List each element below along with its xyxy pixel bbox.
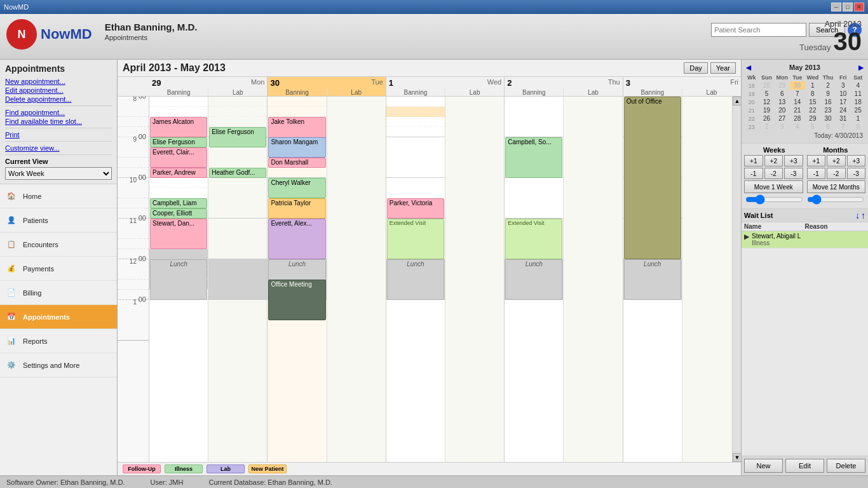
- close-button[interactable]: ✕: [854, 3, 864, 11]
- mini-cal-day[interactable]: 7: [836, 123, 850, 131]
- appointment-elise-ferguson-mon[interactable]: Elise Ferguson: [150, 137, 207, 147]
- mini-cal-day[interactable]: 5: [759, 90, 775, 98]
- month-slider[interactable]: [807, 194, 865, 205]
- new-appointment-link[interactable]: New appointment...: [5, 78, 112, 85]
- sidebar-item-encounters[interactable]: 📋 Encounters: [0, 233, 117, 257]
- find-timeslot-link[interactable]: Find available time slot...: [5, 118, 112, 125]
- appointment-james-alcaton[interactable]: James Alcaton: [150, 117, 207, 137]
- mini-cal-prev[interactable]: ◄: [744, 62, 753, 72]
- mini-cal-day[interactable]: 22: [805, 106, 820, 114]
- mini-cal-day[interactable]: 16: [820, 98, 836, 106]
- mini-cal-day[interactable]: 3: [836, 81, 850, 90]
- move-months-btn[interactable]: Move 12 Months: [807, 180, 866, 193]
- sidebar-item-billing[interactable]: 📄 Billing: [0, 281, 117, 305]
- mini-cal-day[interactable]: 31: [836, 114, 850, 123]
- mini-cal-day[interactable]: 11: [850, 90, 865, 98]
- months-plus1-btn[interactable]: +1: [807, 155, 826, 166]
- wait-list-down-btn[interactable]: ↓: [855, 210, 860, 220]
- mini-cal-next[interactable]: ►: [857, 62, 865, 72]
- mini-cal-day[interactable]: 12: [759, 98, 775, 106]
- mini-cal-day[interactable]: 7: [790, 90, 805, 98]
- mini-cal-day[interactable]: 5: [805, 123, 820, 131]
- appointment-extended-visit-thu[interactable]: Extended Visit: [505, 219, 562, 259]
- appointment-everett-alex[interactable]: Everett, Alex...: [268, 219, 325, 259]
- wait-delete-btn[interactable]: Delete: [827, 459, 865, 473]
- mini-cal-day[interactable]: 29: [775, 81, 790, 90]
- mini-cal-day[interactable]: 8: [805, 90, 820, 98]
- mini-cal-day[interactable]: 30: [790, 81, 805, 90]
- appointment-extended-visit-wed[interactable]: Extended Visit: [387, 219, 444, 259]
- mini-cal-day[interactable]: 15: [805, 98, 820, 106]
- appointment-elise-ferguson-lab[interactable]: Elise Ferguson: [209, 127, 266, 147]
- mini-cal-day[interactable]: 2: [759, 123, 775, 131]
- appointment-don-marshall[interactable]: Don Marshall: [268, 158, 325, 168]
- appointment-heather-godf[interactable]: Heather Godf...: [209, 168, 266, 178]
- weeks-minus1-btn[interactable]: -1: [744, 168, 763, 179]
- sidebar-item-home[interactable]: 🏠 Home: [0, 184, 117, 208]
- weeks-plus3-btn[interactable]: +3: [784, 155, 803, 166]
- appointment-lunch-mon[interactable]: Lunch: [150, 259, 207, 300]
- wait-edit-btn[interactable]: Edit: [785, 459, 824, 473]
- weeks-minus2-btn[interactable]: -2: [764, 168, 783, 179]
- maximize-button[interactable]: □: [843, 3, 853, 11]
- appointment-campbell-liam[interactable]: Campbell, Liam: [150, 198, 207, 208]
- scroll-up-button[interactable]: ▲: [733, 97, 741, 105]
- mini-cal-day[interactable]: 3: [775, 123, 790, 131]
- mini-cal-day[interactable]: 4: [790, 123, 805, 131]
- appointment-sharon-mangam[interactable]: Sharon Mangam: [268, 137, 325, 158]
- mini-cal-day[interactable]: 30: [820, 114, 836, 123]
- mini-cal-day[interactable]: 26: [759, 114, 775, 123]
- edit-appointment-link[interactable]: Edit appointment...: [5, 86, 112, 94]
- print-link[interactable]: Print: [5, 131, 112, 139]
- appointment-cooper-elliott[interactable]: Cooper, Elliott: [150, 208, 207, 219]
- mini-cal-day[interactable]: 1: [850, 114, 865, 123]
- mini-cal-day[interactable]: 10: [836, 90, 850, 98]
- mini-cal-day[interactable]: 2: [820, 81, 836, 90]
- wait-list-up-btn[interactable]: ↑: [861, 210, 865, 220]
- months-minus1-btn[interactable]: -1: [807, 168, 826, 179]
- months-plus2-btn[interactable]: +2: [827, 155, 846, 166]
- mini-cal-day[interactable]: 1: [805, 81, 820, 90]
- appointment-stewart-dan[interactable]: Stewart, Dan...: [150, 219, 207, 249]
- appointment-parker-victoria[interactable]: Parker, Victoria: [387, 198, 444, 219]
- appointment-campbell-so[interactable]: Campbell, So...: [505, 137, 562, 178]
- appointment-patricia-taylor[interactable]: Patricia Taylor: [268, 198, 325, 219]
- mini-cal-day[interactable]: 23: [820, 106, 836, 114]
- weeks-plus2-btn[interactable]: +2: [764, 155, 783, 166]
- mini-cal-day[interactable]: 4: [850, 81, 865, 90]
- mini-cal-day[interactable]: 27: [775, 114, 790, 123]
- appointment-out-of-office[interactable]: Out of Office: [624, 97, 681, 259]
- appointment-parker-andrew[interactable]: Parker, Andrew: [150, 168, 207, 178]
- week-slider[interactable]: [745, 194, 803, 205]
- mini-cal-day[interactable]: 6: [775, 90, 790, 98]
- appointment-lunch-thu[interactable]: Lunch: [505, 259, 562, 300]
- sidebar-item-settings[interactable]: ⚙️ Settings and More: [0, 353, 117, 377]
- mini-cal-day[interactable]: 29: [805, 114, 820, 123]
- mini-cal-day[interactable]: 8: [850, 123, 865, 131]
- appointment-lunch-wed[interactable]: Lunch: [387, 259, 444, 300]
- sidebar-item-payments[interactable]: 💰 Payments: [0, 257, 117, 281]
- year-button[interactable]: Year: [710, 62, 736, 74]
- mini-cal-day[interactable]: 20: [775, 106, 790, 114]
- sidebar-item-patients[interactable]: 👤 Patients: [0, 208, 117, 233]
- legend-followup[interactable]: Follow-Up: [123, 464, 161, 473]
- mini-cal-day[interactable]: 28: [790, 114, 805, 123]
- mini-cal-day[interactable]: 13: [775, 98, 790, 106]
- sidebar-item-reports[interactable]: 📊 Reports: [0, 329, 117, 353]
- mini-cal-day[interactable]: 24: [836, 106, 850, 114]
- legend-lab[interactable]: Lab: [207, 464, 245, 473]
- appointment-lunch-fri[interactable]: Lunch: [624, 259, 681, 300]
- wait-list-item[interactable]: ▶ Stewart, Abigail L Illness: [742, 231, 868, 248]
- mini-cal-day[interactable]: 21: [790, 106, 805, 114]
- months-minus2-btn[interactable]: -2: [827, 168, 846, 179]
- weeks-plus1-btn[interactable]: +1: [744, 155, 763, 166]
- months-plus3-btn[interactable]: +3: [847, 155, 866, 166]
- customize-view-link[interactable]: Customize view...: [5, 144, 112, 152]
- legend-illness[interactable]: Illness: [165, 464, 203, 473]
- sidebar-item-appointments[interactable]: 📅 Appointments: [0, 305, 117, 329]
- mini-cal-day[interactable]: 17: [836, 98, 850, 106]
- weeks-minus3-btn[interactable]: -3: [784, 168, 803, 179]
- view-select[interactable]: Work Week Day Week Month: [5, 167, 112, 180]
- appointment-everett-clair[interactable]: Everett, Clair...: [150, 147, 207, 168]
- scroll-down-button[interactable]: ▼: [733, 453, 741, 462]
